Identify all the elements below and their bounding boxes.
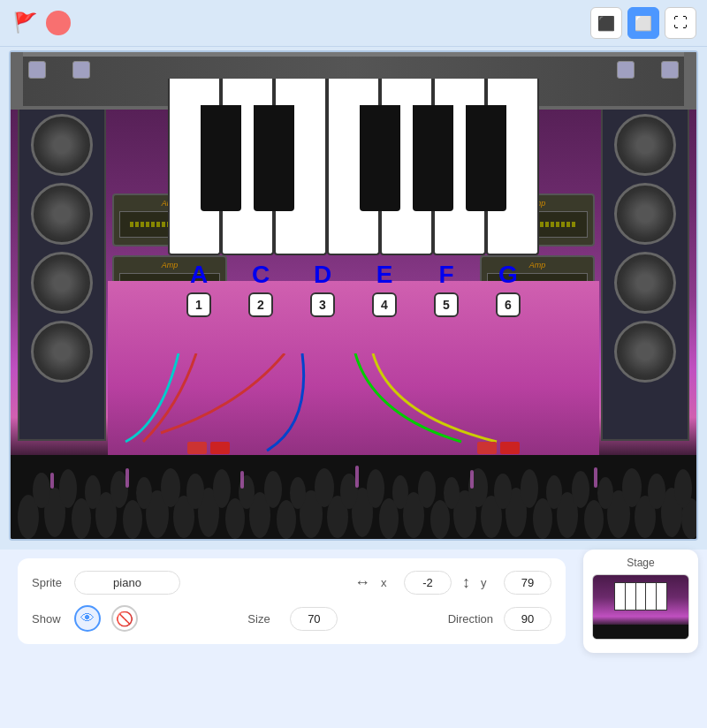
light-fixture bbox=[661, 61, 679, 79]
svg-point-48 bbox=[572, 471, 589, 508]
scaffold-bar bbox=[11, 52, 696, 57]
speaker-unit bbox=[614, 114, 676, 176]
layout-button[interactable]: ⬛ bbox=[590, 7, 622, 39]
eye-icon: 👁 bbox=[80, 610, 95, 626]
stop-button[interactable] bbox=[46, 11, 71, 35]
note-letter-g: G bbox=[498, 261, 518, 289]
note-labels: A 1 C 2 D 3 E 4 bbox=[168, 261, 539, 317]
direction-value-field[interactable]: 90 bbox=[504, 607, 551, 631]
stage-thumbnail[interactable] bbox=[592, 574, 689, 640]
note-letter-c: C bbox=[252, 261, 270, 289]
svg-point-10 bbox=[277, 500, 296, 539]
stage-panel-label: Stage bbox=[627, 557, 654, 569]
top-bar-left: 🚩 bbox=[11, 9, 71, 37]
note-cell-c: C 2 bbox=[230, 261, 292, 317]
fullscreen-button[interactable]: ⛶ bbox=[665, 7, 696, 39]
x-arrow-icon: ↔ bbox=[354, 573, 370, 592]
white-key-c[interactable] bbox=[274, 79, 327, 255]
white-key-f[interactable] bbox=[433, 79, 486, 255]
foot-pedals-right bbox=[477, 442, 520, 454]
stage-thumb-piano bbox=[614, 582, 667, 610]
x-value-field[interactable]: -2 bbox=[404, 571, 452, 595]
thumb-key bbox=[636, 583, 647, 610]
speaker-tower-right bbox=[601, 105, 689, 441]
white-key-g[interactable] bbox=[486, 79, 539, 255]
stage-panel-wrapper: Stage bbox=[574, 550, 698, 653]
svg-point-41 bbox=[392, 475, 408, 509]
svg-point-4 bbox=[123, 500, 142, 539]
note-number-2: 2 bbox=[248, 292, 273, 317]
fullscreen-icon: ⛶ bbox=[673, 15, 688, 31]
thumb-key bbox=[657, 583, 666, 610]
svg-point-29 bbox=[85, 475, 101, 509]
svg-point-40 bbox=[367, 469, 384, 508]
note-letter-d: D bbox=[314, 261, 331, 289]
concert-background: Amp Amp Amp Amp Amp bbox=[11, 52, 696, 539]
controls-row-2: Show 👁 🚫 Size 70 Direction 90 bbox=[32, 605, 551, 632]
svg-point-38 bbox=[315, 468, 334, 507]
show-hidden-button[interactable]: 🚫 bbox=[111, 605, 138, 632]
speaker-unit bbox=[614, 321, 676, 383]
light-fixture bbox=[28, 61, 46, 79]
svg-rect-55 bbox=[240, 471, 244, 489]
stage-canvas: Amp Amp Amp Amp Amp bbox=[9, 50, 698, 541]
thumb-key bbox=[615, 583, 626, 610]
controls-row-1: Sprite piano ↔ x -2 ↕ y 79 bbox=[32, 571, 551, 595]
bottom-section: Sprite piano ↔ x -2 ↕ y 79 Show 👁 � bbox=[0, 550, 707, 662]
white-key-e[interactable] bbox=[380, 79, 433, 255]
sprite-label: Sprite bbox=[32, 576, 64, 589]
note-cell-d: D 3 bbox=[292, 261, 354, 317]
svg-rect-56 bbox=[355, 466, 359, 488]
svg-point-33 bbox=[186, 474, 204, 509]
svg-point-42 bbox=[418, 471, 436, 508]
svg-point-52 bbox=[674, 469, 692, 508]
piano-sprite: A 1 C 2 D 3 E 4 bbox=[168, 79, 539, 335]
stage-cables bbox=[108, 353, 603, 459]
note-number-4: 4 bbox=[372, 292, 397, 317]
white-key-a[interactable] bbox=[168, 79, 221, 255]
svg-point-34 bbox=[213, 469, 231, 508]
stage-thumb-keys bbox=[615, 583, 666, 610]
svg-point-47 bbox=[546, 475, 562, 509]
white-key-d[interactable] bbox=[327, 79, 380, 255]
note-number-5: 5 bbox=[434, 292, 459, 317]
note-letter-a: A bbox=[190, 261, 208, 289]
direction-label: Direction bbox=[448, 612, 493, 626]
top-bar-right: ⬛ ⬜ ⛶ bbox=[590, 7, 696, 39]
svg-point-36 bbox=[264, 471, 282, 508]
speaker-unit bbox=[614, 183, 676, 245]
lights-right bbox=[617, 61, 679, 79]
note-letter-e: E bbox=[376, 261, 393, 289]
top-bar: 🚩 ⬛ ⬜ ⛶ bbox=[0, 0, 707, 47]
stage-thumbnail-panel: Stage bbox=[583, 550, 698, 653]
show-label: Show bbox=[32, 612, 64, 626]
svg-point-32 bbox=[161, 468, 180, 507]
piano-white-keys bbox=[168, 79, 539, 255]
svg-point-37 bbox=[290, 477, 306, 509]
controls-area: Sprite piano ↔ x -2 ↕ y 79 Show 👁 � bbox=[9, 550, 574, 653]
size-value-field[interactable]: 70 bbox=[290, 607, 338, 631]
svg-point-27 bbox=[33, 473, 50, 508]
scaffold-beam bbox=[684, 52, 696, 110]
split-view-button[interactable]: ⬜ bbox=[627, 7, 659, 39]
note-number-3: 3 bbox=[310, 292, 335, 317]
sprite-name-field[interactable]: piano bbox=[74, 571, 180, 595]
note-number-1: 1 bbox=[186, 292, 211, 317]
speaker-unit bbox=[31, 321, 93, 383]
speaker-unit bbox=[614, 252, 676, 314]
y-label: y bbox=[481, 576, 493, 589]
scaffold-beam bbox=[11, 52, 23, 110]
slash-eye-icon: 🚫 bbox=[116, 610, 133, 627]
green-flag-button[interactable]: 🚩 bbox=[11, 9, 39, 37]
note-cell-a: A 1 bbox=[168, 261, 230, 317]
svg-point-16 bbox=[430, 500, 450, 539]
white-key-b[interactable] bbox=[221, 79, 274, 255]
y-value-field[interactable]: 79 bbox=[504, 571, 551, 595]
speaker-tower-left bbox=[18, 105, 106, 441]
note-number-6: 6 bbox=[496, 292, 521, 317]
audience-section bbox=[11, 455, 696, 539]
layout-icon: ⬛ bbox=[597, 15, 615, 32]
show-visible-button[interactable]: 👁 bbox=[74, 605, 101, 632]
green-flag-icon: 🚩 bbox=[13, 11, 37, 34]
thumb-key bbox=[646, 583, 657, 610]
